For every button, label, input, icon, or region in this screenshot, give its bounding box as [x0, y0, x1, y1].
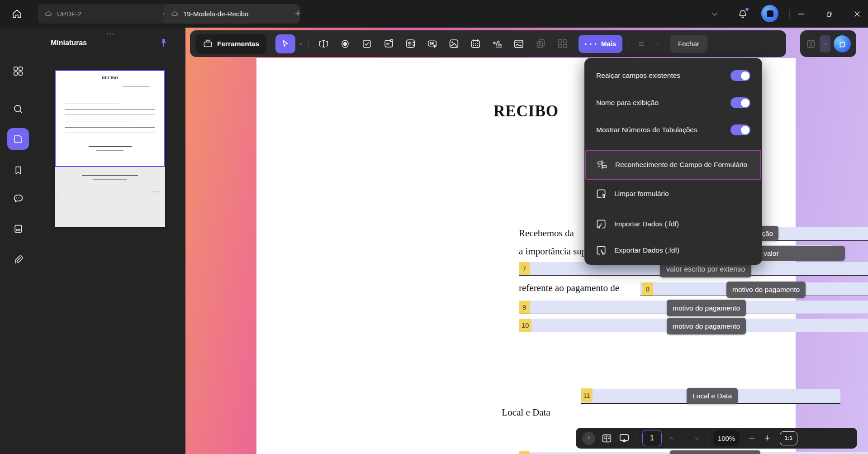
two-page-view-icon[interactable]: [601, 433, 612, 444]
home-icon: [11, 8, 23, 20]
tools-button[interactable]: Ferramentas: [195, 34, 266, 54]
close-form-label: Fechar: [678, 40, 699, 48]
paperclip-icon: [13, 254, 24, 265]
home-button[interactable]: [6, 4, 28, 24]
sidebar-item-pages[interactable]: [7, 218, 29, 239]
sidebar-item-comments[interactable]: [7, 187, 29, 209]
menu-item-export-data[interactable]: Exportar Dados (.fdf): [584, 237, 762, 263]
bookmark-icon: [13, 165, 24, 176]
page-thumbnails-icon: [12, 133, 24, 145]
page-number-input[interactable]: 1: [642, 430, 662, 446]
menu-item-form-field-recognition[interactable]: Reconhecimento de Campo de Formulário: [585, 150, 761, 180]
tab-19-modelo-de-recibo[interactable]: 19-Modelo-de-Recibo: [164, 4, 300, 24]
toolbox-icon: [203, 38, 213, 49]
chevron-down-icon[interactable]: [654, 40, 660, 47]
tab-updf-2[interactable]: UPDF-2: [38, 4, 174, 24]
duplicate-icon: [535, 38, 546, 49]
comment-icon: [12, 192, 24, 205]
sidebar-item-thumbnails[interactable]: [7, 128, 29, 150]
actual-size-button[interactable]: 1:1: [780, 431, 797, 445]
minimize-icon: [797, 10, 806, 19]
image-field-tool[interactable]: [444, 34, 464, 53]
field-6-tooltip: valor: [760, 246, 845, 261]
digital-signature-icon: [491, 38, 503, 50]
menu-item-import-data[interactable]: Importar Dados (.fdf): [584, 211, 762, 237]
file-icon: [13, 223, 24, 234]
pin-panel-button[interactable]: [158, 38, 169, 48]
presentation-mode-icon[interactable]: [618, 432, 630, 444]
previous-page-button[interactable]: [668, 435, 675, 442]
signature-field-tool[interactable]: [509, 34, 529, 53]
close-button[interactable]: [850, 7, 864, 21]
digital-signature-tool[interactable]: [487, 34, 507, 53]
field-9-tab-number: 9: [519, 301, 530, 314]
thumbnail-row-menu[interactable]: ⋯: [152, 187, 160, 196]
ai-assistant-button[interactable]: [834, 35, 851, 53]
export-data-icon: [595, 244, 607, 256]
zoom-out-button[interactable]: −: [749, 432, 755, 444]
field-12-tab-number: [519, 451, 530, 454]
clear-form-icon: [595, 188, 607, 200]
menu-item-clear-form[interactable]: Limpar formulário: [584, 181, 762, 207]
radio-button-tool[interactable]: [335, 34, 355, 53]
add-tab-button[interactable]: +: [295, 6, 301, 20]
zoom-level-display[interactable]: 100%: [713, 430, 740, 446]
tab-label: 19-Modelo-de-Recibo: [183, 10, 294, 18]
save-options-button[interactable]: [820, 35, 830, 53]
form-options-menu: Realçar campos existentes Nome para exib…: [584, 58, 762, 265]
thumbnails-panel: ⋯ Miniaturas RECIBO 1 ⋯: [36, 28, 185, 454]
next-page-button[interactable]: [693, 435, 701, 442]
thumbnail-viewport-indicator[interactable]: [55, 70, 165, 167]
sidebar-item-search[interactable]: [7, 98, 29, 120]
list-box-tool[interactable]: [400, 34, 420, 53]
left-icon-rail: [0, 28, 36, 454]
account-avatar[interactable]: [761, 5, 778, 22]
text-field-tool[interactable]: [313, 34, 333, 53]
sidebar-item-bookmarks[interactable]: [7, 159, 29, 181]
maximize-button[interactable]: [822, 7, 836, 21]
duplicate-field-tool[interactable]: [531, 34, 550, 53]
form-toolbar: Ferramentas: [190, 30, 786, 57]
collapse-bar-button[interactable]: ›: [582, 432, 595, 445]
titlebar-chevron-button[interactable]: [708, 7, 721, 21]
menu-toggle-display-name[interactable]: Nome para exibição: [584, 89, 762, 116]
toggle-on-switch[interactable]: [730, 124, 750, 135]
toggle-on-switch[interactable]: [730, 70, 750, 81]
more-button[interactable]: • • • Mais: [579, 35, 622, 53]
field-12-tooltip: [670, 450, 760, 454]
field-9-tooltip: motivo do pagamento: [667, 300, 746, 316]
arrange-fields-tool[interactable]: [552, 34, 572, 53]
ok-button-icon: [427, 38, 438, 49]
chevron-down-icon[interactable]: [297, 40, 304, 47]
zoom-in-button[interactable]: +: [764, 432, 770, 444]
cloud-icon: [44, 10, 53, 18]
close-form-mode-button[interactable]: Fechar: [670, 35, 707, 53]
updf-window: UPDF-2 19-Modelo-de-Recibo +: [0, 0, 868, 454]
sidebar-item-attachments[interactable]: [7, 249, 29, 270]
save-icon[interactable]: [806, 38, 816, 49]
radio-button-icon: [340, 38, 351, 49]
avatar-mark: [767, 10, 773, 17]
calendar-icon: [470, 38, 481, 49]
notifications-button[interactable]: [736, 7, 749, 21]
page-thumbnail-1[interactable]: RECIBO: [55, 70, 165, 227]
checkbox-tool[interactable]: [357, 34, 377, 53]
align-tool[interactable]: [632, 34, 652, 53]
field-7-tab-number: 7: [519, 262, 530, 275]
layout-grid-icon: [557, 38, 568, 49]
push-button-tool[interactable]: [422, 34, 442, 53]
bar-separator: [636, 434, 636, 443]
menu-toggle-tab-numbers[interactable]: Mostrar Números de Tabulações: [584, 116, 762, 143]
signature-field-icon: [513, 38, 525, 50]
titlebar-divider: [789, 10, 790, 19]
date-field-tool[interactable]: [465, 34, 485, 53]
select-tool-button[interactable]: [275, 34, 295, 53]
sidebar-item-apps[interactable]: [7, 60, 29, 82]
bar-separator: [707, 434, 707, 443]
panel-title: Miniaturas: [51, 39, 87, 47]
combo-box-tool[interactable]: [379, 34, 398, 53]
toggle-on-switch[interactable]: [730, 97, 750, 108]
menu-toggle-highlight-fields[interactable]: Realçar campos existentes: [584, 62, 762, 89]
minimize-button[interactable]: [794, 7, 808, 21]
form-field-recognition-icon: [596, 159, 608, 171]
